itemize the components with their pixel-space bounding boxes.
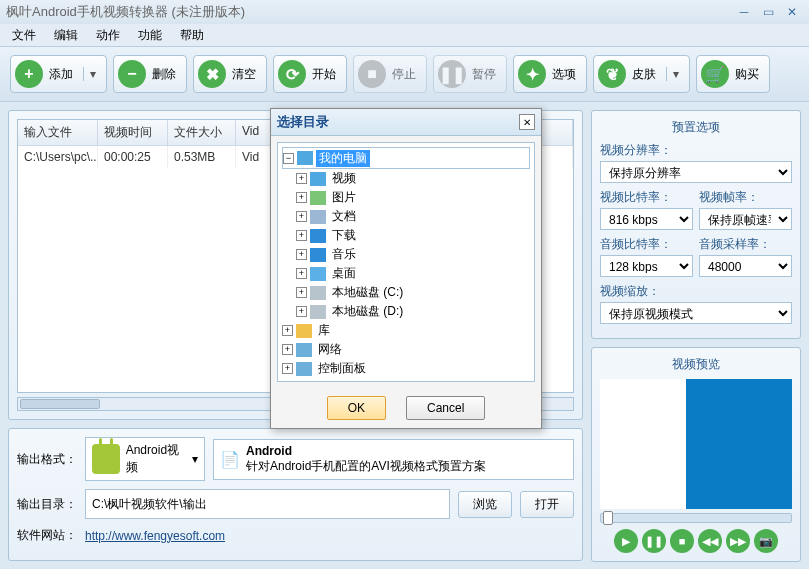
tree-drive-c[interactable]: +本地磁盘 (C:) (282, 283, 530, 302)
options-button[interactable]: ✦选项 (513, 55, 587, 93)
menu-action[interactable]: 动作 (88, 25, 128, 46)
video-bitrate-select[interactable]: 816 kbps (600, 208, 693, 230)
col-input-file[interactable]: 输入文件 (18, 120, 98, 145)
minus-icon: − (118, 60, 146, 88)
dialog-title: 选择目录 (277, 113, 519, 131)
window-title: 枫叶Android手机视频转换器 (未注册版本) (6, 3, 731, 21)
stop-button[interactable]: ■停止 (353, 55, 427, 93)
close-button[interactable]: ✕ (781, 3, 803, 21)
android-icon (92, 444, 120, 474)
menu-file[interactable]: 文件 (4, 25, 44, 46)
plus-icon: + (15, 60, 43, 88)
tree-music[interactable]: +音乐 (282, 245, 530, 264)
toolbar: +添加▾ −删除 ✖清空 ⟳开始 ■停止 ❚❚暂停 ✦选项 ❦皮肤▾ 🛒购买 (0, 46, 809, 102)
cart-icon: 🛒 (701, 60, 729, 88)
stop-icon: ■ (358, 60, 386, 88)
add-button[interactable]: +添加▾ (10, 55, 107, 93)
preset-panel: 预置选项 视频分辨率：保持原分辨率 视频比特率：816 kbps 视频帧率：保持… (591, 110, 801, 339)
skin-button[interactable]: ❦皮肤▾ (593, 55, 690, 93)
menu-edit[interactable]: 编辑 (46, 25, 86, 46)
preset-title: 预置选项 (600, 119, 792, 136)
clear-button[interactable]: ✖清空 (193, 55, 267, 93)
prev-button[interactable]: ◀◀ (698, 529, 722, 553)
preview-panel: 视频预览 ▶ ❚❚ ■ ◀◀ ▶▶ 📷 (591, 347, 801, 562)
tree-drive-d[interactable]: +本地磁盘 (D:) (282, 302, 530, 321)
tree-desktop[interactable]: +桌面 (282, 264, 530, 283)
col-file-size[interactable]: 文件大小 (168, 120, 236, 145)
chevron-down-icon: ▾ (192, 452, 198, 466)
output-format-label: 输出格式： (17, 451, 77, 468)
tree-recycle-bin[interactable]: 回收站 (282, 378, 530, 382)
play-button[interactable]: ▶ (614, 529, 638, 553)
audio-samplerate-select[interactable]: 48000 (699, 255, 792, 277)
menu-help[interactable]: 帮助 (172, 25, 212, 46)
dialog-cancel-button[interactable]: Cancel (406, 396, 485, 420)
maximize-button[interactable]: ▭ (757, 3, 779, 21)
website-link[interactable]: http://www.fengyesoft.com (85, 529, 225, 543)
format-description: 📄 Android 针对Android手机配置的AVI视频格式预置方案 (213, 439, 574, 480)
framerate-select[interactable]: 保持原帧速率 (699, 208, 792, 230)
chevron-down-icon[interactable]: ▾ (666, 67, 679, 81)
output-format-selector[interactable]: Android视频 ▾ (85, 437, 205, 481)
open-button[interactable]: 打开 (520, 491, 574, 518)
dialog-close-button[interactable]: ✕ (519, 114, 535, 130)
website-label: 软件网站： (17, 527, 77, 544)
preview-title: 视频预览 (600, 356, 792, 373)
page-icon: 📄 (220, 450, 240, 469)
dialog-ok-button[interactable]: OK (327, 396, 386, 420)
snapshot-button[interactable]: 📷 (754, 529, 778, 553)
apple-icon: ❦ (598, 60, 626, 88)
output-dir-input[interactable] (85, 489, 450, 519)
tree-pictures[interactable]: +图片 (282, 188, 530, 207)
buy-button[interactable]: 🛒购买 (696, 55, 770, 93)
refresh-icon: ⟳ (278, 60, 306, 88)
browse-button[interactable]: 浏览 (458, 491, 512, 518)
clear-icon: ✖ (198, 60, 226, 88)
video-scale-select[interactable]: 保持原视频模式 (600, 302, 792, 324)
start-button[interactable]: ⟳开始 (273, 55, 347, 93)
tree-network[interactable]: +网络 (282, 340, 530, 359)
output-dir-label: 输出目录： (17, 496, 77, 513)
seek-slider[interactable] (600, 513, 792, 523)
pause-button[interactable]: ❚❚暂停 (433, 55, 507, 93)
tree-library[interactable]: +库 (282, 321, 530, 340)
next-button[interactable]: ▶▶ (726, 529, 750, 553)
tree-my-computer[interactable]: −我的电脑 (282, 147, 530, 169)
preview-video (600, 379, 792, 509)
pause-icon: ❚❚ (438, 60, 466, 88)
tree-video[interactable]: +视频 (282, 169, 530, 188)
output-panel: 输出格式： Android视频 ▾ 📄 Android 针对Android手机配… (8, 428, 583, 561)
tree-documents[interactable]: +文档 (282, 207, 530, 226)
tree-downloads[interactable]: +下载 (282, 226, 530, 245)
pause-preview-button[interactable]: ❚❚ (642, 529, 666, 553)
stop-preview-button[interactable]: ■ (670, 529, 694, 553)
chevron-down-icon[interactable]: ▾ (83, 67, 96, 81)
tools-icon: ✦ (518, 60, 546, 88)
menubar: 文件 编辑 动作 功能 帮助 (0, 24, 809, 46)
minimize-button[interactable]: ─ (733, 3, 755, 21)
audio-bitrate-select[interactable]: 128 kbps (600, 255, 693, 277)
delete-button[interactable]: −删除 (113, 55, 187, 93)
tree-control-panel[interactable]: +控制面板 (282, 359, 530, 378)
folder-tree[interactable]: −我的电脑 +视频 +图片 +文档 +下载 +音乐 +桌面 +本地磁盘 (C:)… (277, 142, 535, 382)
resolution-select[interactable]: 保持原分辨率 (600, 161, 792, 183)
col-video-time[interactable]: 视频时间 (98, 120, 168, 145)
folder-dialog: 选择目录 ✕ −我的电脑 +视频 +图片 +文档 +下载 +音乐 +桌面 +本地… (270, 108, 542, 429)
menu-function[interactable]: 功能 (130, 25, 170, 46)
